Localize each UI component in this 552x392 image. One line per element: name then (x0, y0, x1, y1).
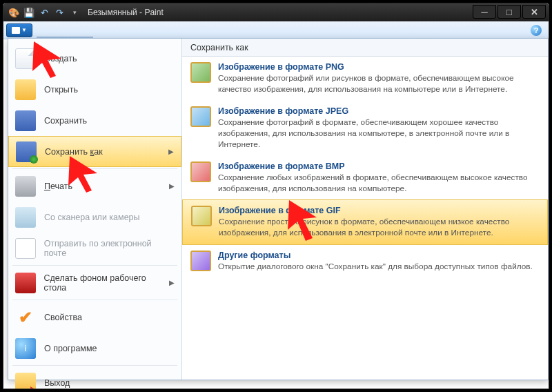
bmp-format-icon (190, 161, 211, 182)
maximize-button[interactable]: □ (497, 5, 521, 19)
format-title: Изображение в формате BMP (218, 161, 540, 171)
file-menu-list: Создать Открыть Сохранить Сохранить как … (8, 39, 182, 380)
menu-item-properties[interactable]: ✔ Свойства (8, 302, 181, 333)
menu-item-label: Сделать фоном рабочего стола (44, 273, 169, 293)
close-button[interactable]: ✕ (522, 5, 546, 19)
menu-divider (12, 265, 177, 266)
document-icon (12, 27, 20, 34)
paint-window: 🎨 💾 ↶ ↷ ▾ Безымянный - Paint ─ □ ✕ ▼ ? С… (3, 3, 549, 389)
submenu-arrow-icon: ▶ (169, 279, 175, 286)
menu-item-label: Свойства (44, 313, 82, 322)
gif-format-icon (191, 206, 212, 226)
menu-item-scanner: Со сканера или камеры (8, 202, 181, 233)
file-menu-button[interactable]: ▼ (6, 23, 32, 37)
format-option-png[interactable]: Изображение в формате PNG Сохранение фот… (182, 57, 548, 101)
minimize-button[interactable]: ─ (473, 5, 496, 19)
floppy-saveas-icon (16, 141, 37, 162)
format-option-jpeg[interactable]: Изображение в формате JPEG Сохранение фо… (182, 101, 548, 156)
menu-item-about[interactable]: i О программе (8, 333, 181, 364)
qat-dropdown-icon[interactable]: ▾ (68, 6, 81, 19)
window-title: Безымянный - Paint (88, 8, 164, 17)
svg-marker-1 (68, 156, 97, 193)
menu-item-label: О программе (44, 344, 97, 353)
menu-item-save[interactable]: Сохранить (8, 105, 181, 136)
ribbon: ▼ ? (3, 21, 549, 39)
info-icon: i (15, 338, 36, 359)
format-title: Изображение в формате GIF (219, 206, 539, 215)
menu-item-label: Сохранить (44, 116, 87, 126)
format-title: Другие форматы (218, 251, 540, 260)
chevron-down-icon: ▼ (21, 27, 27, 33)
save-as-submenu: Сохранить как Изображение в формате PNG … (182, 39, 548, 380)
other-format-icon (190, 251, 211, 271)
png-format-icon (190, 62, 211, 83)
format-description: Сохранение фотографий или рисунков в фор… (218, 73, 540, 95)
file-menu-dropdown: Создать Открыть Сохранить Сохранить как … (8, 38, 549, 380)
svg-marker-2 (288, 200, 317, 241)
jpeg-format-icon (190, 106, 211, 127)
menu-divider (12, 365, 177, 366)
save-icon[interactable]: 💾 (23, 6, 35, 19)
menu-item-label: Со сканера или камеры (44, 213, 140, 222)
menu-item-label: Открыть (44, 85, 78, 95)
format-option-other[interactable]: Другие форматы Открытие диалогового окна… (182, 245, 548, 278)
undo-icon[interactable]: ↶ (38, 6, 50, 19)
exit-icon (15, 373, 36, 390)
titlebar: 🎨 💾 ↶ ↷ ▾ Безымянный - Paint ─ □ ✕ (3, 3, 549, 21)
envelope-icon (15, 238, 36, 259)
paint-icon: 🎨 (8, 6, 20, 19)
format-description: Открытие диалогового окна "Сохранить как… (218, 262, 540, 273)
menu-divider (12, 300, 177, 300)
printer-icon (15, 176, 36, 197)
menu-item-email: Отправить по электронной почте (8, 233, 181, 264)
folder-open-icon (15, 79, 36, 100)
scanner-icon (15, 207, 36, 228)
checkmark-icon: ✔ (15, 307, 36, 328)
submenu-arrow-icon: ▶ (168, 148, 174, 155)
format-description: Сохранение любых изображений в формате, … (218, 173, 540, 195)
format-title: Изображение в формате PNG (218, 62, 540, 72)
help-icon[interactable]: ? (531, 25, 542, 36)
format-description: Сохранение простого рисунок в формате, о… (219, 217, 539, 239)
submenu-arrow-icon: ▶ (169, 182, 175, 190)
desktop-wallpaper-icon (15, 273, 36, 293)
svg-marker-0 (32, 41, 61, 78)
quick-access-toolbar: 🎨 💾 ↶ ↷ ▾ (3, 6, 81, 19)
submenu-header: Сохранить как (182, 39, 548, 57)
format-title: Изображение в формате JPEG (218, 106, 540, 116)
format-option-bmp[interactable]: Изображение в формате BMP Сохранение люб… (182, 156, 548, 200)
menu-item-exit[interactable]: Выход (8, 367, 181, 389)
format-option-gif[interactable]: Изображение в формате GIF Сохранение про… (182, 199, 548, 245)
redo-icon[interactable]: ↷ (53, 6, 66, 19)
format-description: Сохранение фотографий в формате, обеспеч… (218, 117, 540, 150)
menu-item-label: Выход (44, 378, 70, 388)
menu-item-wallpaper[interactable]: Сделать фоном рабочего стола ▶ (8, 267, 181, 298)
floppy-icon (15, 110, 36, 131)
menu-item-label: Отправить по электронной почте (44, 239, 175, 258)
